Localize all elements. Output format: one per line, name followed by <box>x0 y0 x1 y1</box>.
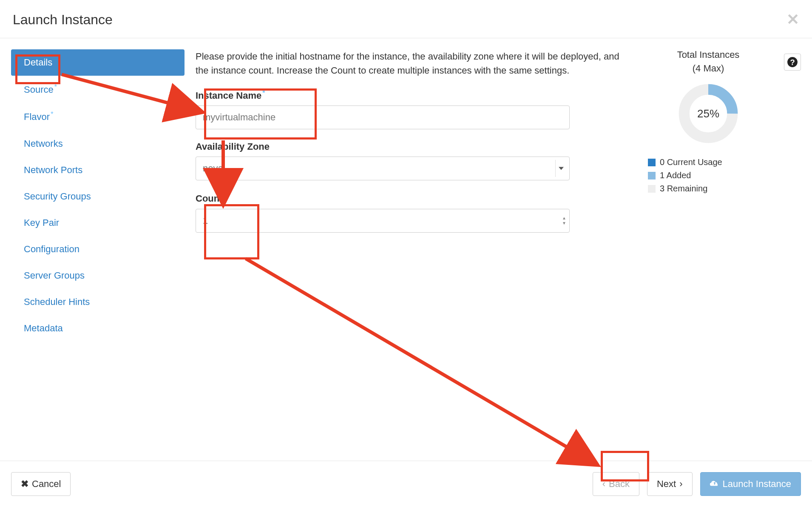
count-label: Count* <box>196 192 631 204</box>
form-description: Please provide the initial hostname for … <box>196 49 631 77</box>
sidebar-item-label: Scheduler Hints <box>24 296 90 307</box>
instance-name-input[interactable] <box>196 105 570 129</box>
sidebar-item-label: Server Groups <box>24 270 85 281</box>
legend-item-remaining: 3 Remaining <box>648 184 769 194</box>
sidebar-item-metadata[interactable]: Metadata <box>0 315 196 342</box>
sidebar-item-label: Configuration <box>24 244 79 254</box>
sidebar-item-label: Source <box>24 84 54 95</box>
chevron-down-icon[interactable] <box>555 160 566 177</box>
sidebar-item-source[interactable]: Source* <box>0 76 196 103</box>
availability-zone-select[interactable]: nova <box>196 157 570 180</box>
chevron-left-icon: ‹ <box>602 479 605 490</box>
required-star-icon: * <box>51 111 53 118</box>
sidebar-item-networks[interactable]: Networks <box>0 131 196 157</box>
modal-title: Launch Instance <box>13 12 113 28</box>
button-label: Launch Instance <box>723 479 791 490</box>
quota-percent: 25% <box>697 107 719 120</box>
legend-swatch <box>648 172 656 179</box>
close-icon[interactable]: ✕ <box>786 12 799 27</box>
cloud-upload-icon <box>710 479 719 490</box>
legend-item-current: 0 Current Usage <box>648 157 769 167</box>
sidebar-item-label: Details <box>24 57 52 68</box>
svg-text:?: ? <box>790 58 795 67</box>
cancel-button[interactable]: ✖ Cancel <box>11 472 71 496</box>
required-star-icon: * <box>224 192 226 199</box>
label-text: Count <box>196 194 223 204</box>
sidebar-item-server-groups[interactable]: Server Groups <box>0 262 196 289</box>
sidebar-item-network-ports[interactable]: Network Ports <box>0 157 196 183</box>
legend-label: 1 Added <box>660 171 691 180</box>
stepper-down-icon[interactable]: ▼ <box>562 221 566 225</box>
legend-label: 3 Remaining <box>660 184 707 194</box>
quota-legend: 0 Current Usage 1 Added 3 Remaining <box>648 157 769 194</box>
svg-marker-0 <box>559 167 564 170</box>
label-text: Instance Name <box>196 90 261 101</box>
sidebar-item-label: Network Ports <box>24 165 82 175</box>
cancel-x-icon: ✖ <box>21 479 28 490</box>
sidebar-item-configuration[interactable]: Configuration <box>0 236 196 262</box>
number-stepper[interactable]: ▲ ▼ <box>562 216 566 225</box>
sidebar-item-label: Networks <box>24 138 63 149</box>
sidebar-item-label: Key Pair <box>24 217 59 228</box>
instance-name-label: Instance Name* <box>196 89 631 101</box>
sidebar-item-label: Security Groups <box>24 191 91 202</box>
launch-instance-button[interactable]: Launch Instance <box>700 472 801 496</box>
quota-donut-chart: 25% <box>676 82 740 145</box>
sidebar-item-label: Flavor <box>24 112 50 122</box>
required-star-icon: * <box>54 83 57 91</box>
legend-item-added: 1 Added <box>648 171 769 180</box>
quota-title: Total Instances <box>648 49 769 60</box>
help-icon: ? <box>787 57 798 68</box>
help-button[interactable]: ? <box>784 54 801 71</box>
count-input[interactable] <box>196 209 570 233</box>
sidebar-item-scheduler-hints[interactable]: Scheduler Hints <box>0 289 196 315</box>
back-button[interactable]: ‹ Back <box>593 472 639 496</box>
sidebar-item-key-pair[interactable]: Key Pair <box>0 210 196 236</box>
quota-subtitle: (4 Max) <box>648 63 769 74</box>
button-label: Next <box>657 479 676 490</box>
sidebar-item-label: Metadata <box>24 323 63 333</box>
wizard-sidebar: Details Source* Flavor* Networks Network… <box>0 38 196 461</box>
sidebar-item-details[interactable]: Details <box>11 49 185 76</box>
legend-swatch <box>648 185 656 193</box>
stepper-up-icon[interactable]: ▲ <box>562 216 566 220</box>
button-label: Back <box>609 479 630 490</box>
availability-zone-label: Availability Zone <box>196 141 631 152</box>
button-label: Cancel <box>32 479 61 490</box>
sidebar-item-security-groups[interactable]: Security Groups <box>0 183 196 210</box>
label-text: Availability Zone <box>196 141 270 152</box>
legend-swatch <box>648 159 656 166</box>
sidebar-item-flavor[interactable]: Flavor* <box>0 103 196 130</box>
next-button[interactable]: Next › <box>647 472 693 496</box>
legend-label: 0 Current Usage <box>660 157 722 167</box>
required-star-icon: * <box>262 89 265 97</box>
chevron-right-icon: › <box>679 479 682 490</box>
